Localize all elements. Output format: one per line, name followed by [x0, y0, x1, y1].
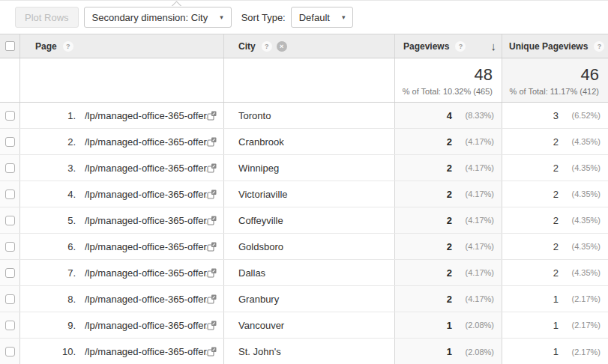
help-icon[interactable]: ?	[455, 41, 466, 52]
sort-type-label: Sort Type:	[241, 12, 286, 23]
unique-pageviews-pct: (4.35%)	[559, 189, 601, 198]
row-checkbox[interactable]	[5, 294, 15, 304]
analytics-table-view: Plot Rows Secondary dimension: City ▾ So…	[0, 0, 608, 364]
unique-pageviews-pct: (2.17%)	[559, 321, 601, 330]
row-checkbox[interactable]	[5, 321, 15, 330]
unique-pageviews-cell: 2 (4.35%)	[502, 207, 608, 233]
page-cell: 4. /lp/managed-office-365-offer/	[20, 181, 224, 207]
pageviews-value: 1	[447, 320, 452, 331]
city-cell: Toronto	[224, 103, 395, 128]
row-checkbox[interactable]	[5, 163, 15, 173]
row-checkbox[interactable]	[5, 347, 15, 357]
column-header-page[interactable]: Page ?	[20, 34, 224, 58]
unique-pageviews-cell: 3 (6.52%)	[502, 103, 608, 128]
table-toolbar: Plot Rows Secondary dimension: City ▾ So…	[0, 1, 608, 34]
row-number: 5.	[20, 215, 76, 226]
table-row: 10. /lp/managed-office-365-offer/ St. Jo…	[0, 339, 608, 364]
chevron-down-icon: ▾	[342, 14, 346, 21]
pageviews-cell: 2 (4.17%)	[395, 207, 502, 233]
help-icon[interactable]: ?	[63, 41, 73, 52]
page-header-label: Page	[20, 41, 57, 52]
city-header-label: City	[224, 41, 256, 52]
pageviews-pct: (8.33%)	[452, 111, 494, 120]
city-name: Goldsboro	[238, 241, 283, 252]
unique-pageviews-cell: 1 (2.17%)	[502, 312, 608, 338]
city-cell: Vancouver	[224, 312, 395, 338]
open-in-new-icon[interactable]	[207, 321, 217, 330]
row-checkbox[interactable]	[5, 216, 15, 225]
table-row: 2. /lp/managed-office-365-offer/ Cranbro…	[0, 129, 608, 155]
open-in-new-icon[interactable]	[207, 163, 217, 173]
unique-pageviews-pct: (4.35%)	[559, 216, 601, 225]
summary-city-cell	[224, 58, 395, 102]
open-in-new-icon[interactable]	[207, 189, 217, 199]
page-path: /lp/managed-office-365-offer/	[85, 215, 207, 226]
city-cell: Winnipeg	[224, 155, 395, 181]
city-cell: Victoriaville	[224, 181, 395, 207]
column-header-pageviews[interactable]: Pageviews ? ↓	[395, 34, 502, 58]
page-path: /lp/managed-office-365-offer/	[85, 241, 207, 252]
page-path: /lp/managed-office-365-offer/	[85, 267, 207, 279]
open-in-new-icon[interactable]	[207, 242, 217, 252]
city-cell: Cranbrook	[224, 129, 395, 154]
remove-secondary-dimension-icon[interactable]: ×	[277, 41, 287, 52]
page-path: /lp/managed-office-365-offer/	[85, 189, 207, 200]
city-cell: Goldsboro	[224, 234, 395, 259]
page-cell: 6. /lp/managed-office-365-offer/	[20, 234, 224, 259]
row-checkbox[interactable]	[5, 189, 15, 199]
page-cell: 10. /lp/managed-office-365-offer/	[20, 339, 224, 364]
row-checkbox[interactable]	[5, 242, 15, 252]
open-in-new-icon[interactable]	[207, 268, 217, 278]
unique-pageviews-value: 1	[553, 294, 559, 305]
summary-checkbox-cell	[0, 58, 20, 102]
open-in-new-icon[interactable]	[207, 294, 217, 304]
open-in-new-icon[interactable]	[207, 137, 217, 147]
row-checkbox-cell	[0, 339, 20, 364]
pageviews-value: 2	[447, 215, 452, 226]
pageviews-header-label: Pageviews	[395, 41, 449, 52]
pageviews-value: 2	[447, 241, 452, 252]
open-in-new-icon[interactable]	[207, 347, 217, 357]
sort-descending-icon: ↓	[491, 40, 497, 52]
secondary-dimension-label: Secondary dimension: City	[92, 12, 208, 23]
unique-pageviews-value: 2	[553, 215, 559, 226]
secondary-dimension-dropdown[interactable]: Secondary dimension: City ▾	[84, 7, 232, 28]
table-row: 9. /lp/managed-office-365-offer/ Vancouv…	[0, 312, 608, 339]
chevron-down-icon: ▾	[220, 14, 223, 21]
pageviews-pct: (4.17%)	[452, 216, 494, 225]
sort-type-value: Default	[299, 12, 330, 23]
column-header-unique-pageviews[interactable]: Unique Pageviews ?	[502, 34, 608, 58]
open-in-new-icon[interactable]	[207, 111, 217, 121]
table-row: 1. /lp/managed-office-365-offer/ Toronto…	[0, 103, 608, 129]
pageviews-pct: (4.17%)	[452, 189, 494, 198]
row-checkbox[interactable]	[5, 268, 15, 278]
plot-rows-button[interactable]: Plot Rows	[15, 7, 79, 28]
pageviews-pct: (4.17%)	[452, 242, 494, 251]
select-all-checkbox[interactable]	[5, 41, 15, 51]
table-row: 8. /lp/managed-office-365-offer/ Granbur…	[0, 286, 608, 312]
help-icon[interactable]: ?	[594, 41, 604, 52]
pageviews-cell: 2 (4.17%)	[395, 260, 502, 285]
row-checkbox[interactable]	[5, 111, 15, 121]
page-path: /lp/managed-office-365-offer/	[85, 163, 207, 174]
sort-type-dropdown[interactable]: Default ▾	[291, 7, 354, 28]
column-header-city[interactable]: City ? ×	[224, 34, 395, 58]
row-checkbox-cell	[0, 260, 20, 285]
row-checkbox-cell	[0, 103, 20, 128]
open-in-new-icon[interactable]	[207, 216, 217, 225]
unique-pageviews-header-label: Unique Pageviews	[502, 41, 588, 52]
pageviews-cell: 2 (4.17%)	[395, 234, 502, 259]
page-path: /lp/managed-office-365-offer/	[85, 110, 207, 121]
pageviews-value: 2	[447, 189, 452, 200]
pageviews-cell: 1 (2.08%)	[395, 312, 502, 338]
table-row: 6. /lp/managed-office-365-offer/ Goldsbo…	[0, 234, 608, 260]
page-cell: 5. /lp/managed-office-365-offer/	[20, 207, 224, 233]
pageviews-pct: (4.17%)	[452, 294, 494, 303]
unique-pageviews-pct: (2.17%)	[559, 348, 601, 357]
row-checkbox[interactable]	[5, 137, 15, 147]
unique-pageviews-cell: 2 (4.35%)	[502, 155, 608, 181]
city-name: Dallas	[238, 267, 265, 279]
pageviews-pct: (4.17%)	[452, 268, 494, 277]
help-icon[interactable]: ?	[262, 41, 272, 52]
pageviews-value: 2	[447, 267, 452, 279]
